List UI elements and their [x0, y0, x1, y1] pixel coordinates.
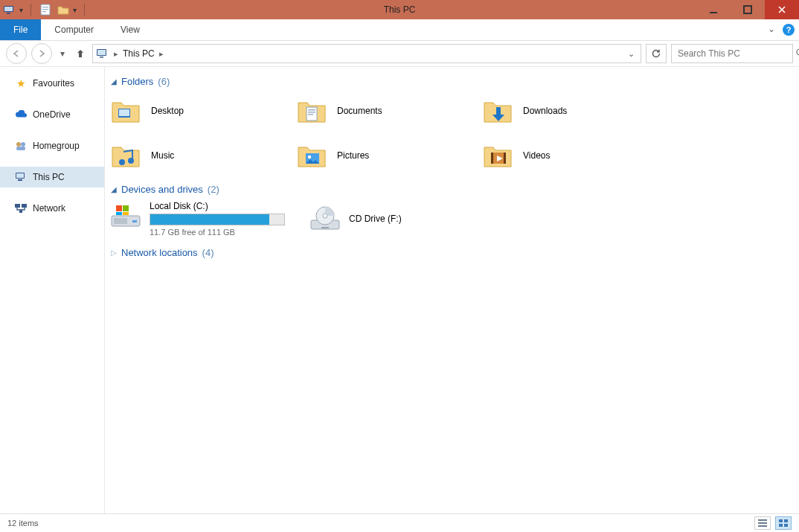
- svg-rect-1: [4, 7, 13, 11]
- svg-rect-10: [97, 50, 106, 55]
- downloads-folder-icon: [481, 94, 514, 127]
- folder-label: Documents: [337, 106, 382, 116]
- svg-rect-25: [308, 109, 315, 111]
- drive-free-text: 11.7 GB free of 111 GB: [150, 228, 295, 237]
- back-button[interactable]: [6, 43, 27, 64]
- videos-folder-icon: [481, 139, 514, 172]
- up-button[interactable]: [73, 46, 88, 61]
- titlebar: ▾ ▾ This PC: [0, 0, 799, 19]
- svg-rect-15: [16, 147, 25, 150]
- file-tab[interactable]: File: [0, 19, 41, 40]
- folder-downloads[interactable]: Downloads: [481, 93, 667, 129]
- search-icon[interactable]: [795, 48, 799, 60]
- sidebar-item-label: Homegroup: [33, 141, 80, 151]
- breadcrumb-this-pc[interactable]: This PC: [123, 48, 155, 59]
- group-title: Network locations: [121, 247, 198, 258]
- svg-rect-46: [758, 519, 767, 521]
- svg-rect-2: [7, 13, 10, 14]
- svg-rect-43: [321, 227, 329, 228]
- ribbon-collapse-caret[interactable]: ⌄: [768, 24, 775, 34]
- qat-properties-icon[interactable]: [39, 3, 52, 16]
- qat-newfolder-icon[interactable]: [57, 3, 70, 16]
- svg-rect-20: [22, 204, 27, 208]
- folder-desktop[interactable]: Desktop: [109, 93, 295, 129]
- drive-cd-f[interactable]: CD Drive (F:): [309, 201, 495, 237]
- desktop-folder-icon: [109, 94, 142, 127]
- help-button[interactable]: ?: [783, 24, 795, 36]
- sidebar-item-homegroup[interactable]: Homegroup: [0, 135, 104, 156]
- svg-rect-11: [100, 57, 103, 58]
- details-view-button[interactable]: [754, 516, 771, 530]
- svg-point-31: [308, 156, 311, 158]
- svg-rect-37: [132, 220, 137, 222]
- qat-system-icon[interactable]: [3, 3, 16, 16]
- body: ★ Favourites OneDrive Homegroup This PC …: [0, 67, 799, 513]
- svg-rect-7: [710, 12, 717, 13]
- group-title: Devices and drives: [121, 184, 203, 195]
- folder-videos[interactable]: Videos: [481, 138, 667, 173]
- svg-rect-8: [744, 6, 751, 13]
- search-input[interactable]: [676, 48, 791, 60]
- svg-rect-38: [116, 205, 122, 211]
- svg-rect-26: [308, 112, 315, 113]
- forward-button[interactable]: [31, 43, 52, 64]
- navigation-pane[interactable]: ★ Favourites OneDrive Homegroup This PC …: [0, 67, 105, 513]
- group-header-folders[interactable]: ◢ Folders (6): [111, 76, 795, 87]
- svg-rect-49: [779, 519, 783, 522]
- group-count: (4): [202, 247, 214, 258]
- svg-rect-50: [784, 519, 788, 522]
- svg-point-28: [119, 159, 125, 165]
- breadcrumb-sep-icon-2[interactable]: ▸: [159, 49, 164, 59]
- network-icon: [15, 202, 27, 214]
- sidebar-item-this-pc[interactable]: This PC: [0, 167, 104, 188]
- quick-access-toolbar: ▾ ▾: [0, 3, 88, 16]
- close-button[interactable]: [765, 0, 799, 19]
- search-box[interactable]: [671, 44, 793, 63]
- status-items-count: 12 items: [7, 519, 39, 528]
- qat-customize-caret[interactable]: ▾: [73, 6, 77, 14]
- svg-rect-18: [18, 179, 22, 181]
- folder-documents[interactable]: Documents: [295, 93, 481, 129]
- svg-rect-5: [42, 9, 48, 10]
- tab-computer[interactable]: Computer: [41, 19, 107, 40]
- documents-folder-icon: [295, 94, 328, 127]
- folder-pictures[interactable]: Pictures: [295, 138, 481, 173]
- recent-locations-caret[interactable]: ▾: [57, 44, 68, 63]
- drive-local-c[interactable]: Local Disk (C:) 11.7 GB free of 111 GB: [109, 201, 295, 237]
- window-buttons: [696, 0, 799, 19]
- address-dropdown-caret[interactable]: ⌄: [628, 49, 638, 59]
- star-icon: ★: [15, 77, 27, 89]
- svg-point-45: [323, 214, 327, 218]
- homegroup-icon: [15, 140, 27, 152]
- sidebar-item-network[interactable]: Network: [0, 198, 104, 219]
- tab-view[interactable]: View: [107, 19, 153, 40]
- minimize-button[interactable]: [696, 0, 731, 19]
- sidebar-item-favourites[interactable]: ★ Favourites: [0, 73, 104, 94]
- qat-system-menu-caret[interactable]: ▾: [19, 6, 23, 14]
- refresh-button[interactable]: [646, 44, 667, 63]
- group-count: (6): [158, 76, 170, 87]
- group-header-drives[interactable]: ◢ Devices and drives (2): [111, 184, 795, 195]
- drive-label: CD Drive (F:): [349, 214, 495, 224]
- sidebar-item-onedrive[interactable]: OneDrive: [0, 104, 104, 125]
- navigation-bar: ▾ ▸ This PC ▸ ⌄: [0, 41, 799, 67]
- large-icons-view-button[interactable]: [775, 516, 792, 530]
- hdd-icon: [109, 201, 142, 231]
- svg-rect-17: [16, 173, 24, 178]
- maximize-button[interactable]: [731, 0, 765, 19]
- explorer-window: { "titlebar": { "title": "This PC" }, "r…: [0, 0, 799, 532]
- svg-rect-48: [758, 525, 767, 527]
- breadcrumb-sep-icon[interactable]: ▸: [114, 49, 118, 59]
- folder-music[interactable]: Music: [109, 138, 295, 173]
- svg-rect-41: [123, 212, 129, 215]
- window-title: This PC: [0, 4, 799, 15]
- folder-label: Pictures: [337, 150, 369, 161]
- address-bar[interactable]: ▸ This PC ▸ ⌄: [92, 44, 641, 63]
- group-header-network[interactable]: ▷ Network locations (4): [111, 247, 795, 258]
- folder-label: Desktop: [151, 106, 184, 116]
- svg-rect-51: [779, 524, 783, 527]
- qat-separator: [31, 4, 31, 16]
- svg-rect-39: [123, 205, 129, 211]
- content-pane[interactable]: ◢ Folders (6) Desktop Documents Download…: [105, 67, 799, 513]
- collapse-icon: ◢: [111, 77, 117, 86]
